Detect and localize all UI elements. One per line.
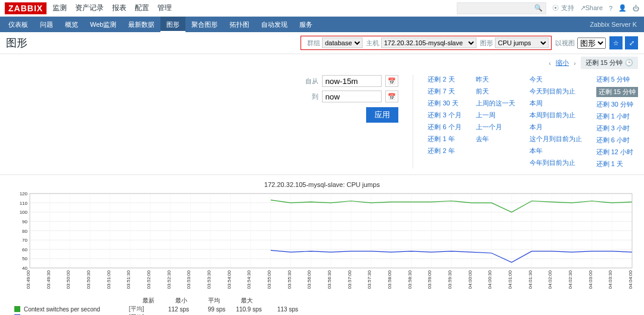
- svg-text:03:59:30: 03:59:30: [447, 270, 453, 289]
- subnav-item[interactable]: 图形: [160, 17, 185, 32]
- preset-link[interactable]: 本年: [530, 146, 582, 155]
- preset-link[interactable]: 今年到目前为止: [530, 158, 582, 167]
- graph-select[interactable]: CPU jumps: [495, 38, 549, 48]
- subnav-item[interactable]: 服务: [293, 17, 318, 32]
- preset-link[interactable]: 上一周: [476, 111, 515, 120]
- svg-text:04:01:00: 04:01:00: [507, 270, 513, 289]
- preset-link[interactable]: 昨天: [476, 75, 515, 84]
- preset-link[interactable]: 前天: [476, 87, 515, 96]
- svg-text:120: 120: [20, 191, 28, 197]
- shrink-link[interactable]: 缩小: [556, 58, 569, 67]
- preset-link[interactable]: 还剩 1 天: [596, 160, 638, 169]
- svg-text:04:03:30: 04:03:30: [608, 270, 613, 289]
- logo: ZABBIX: [5, 2, 47, 14]
- subnav-item[interactable]: 聚合图形: [185, 17, 224, 32]
- preset-link[interactable]: 本周到目前为止: [530, 111, 582, 120]
- support-link[interactable]: ☉ 支持: [552, 4, 574, 13]
- share-link[interactable]: ↗Share: [580, 4, 603, 12]
- favorite-button[interactable]: ☆: [609, 36, 623, 49]
- svg-text:03:49:00: 03:49:00: [26, 270, 31, 289]
- preset-link[interactable]: 还剩 2 天: [428, 75, 461, 84]
- group-select[interactable]: database: [322, 38, 363, 48]
- chart-title: 172.20.32.105-mysql-slave: CPU jumps: [6, 181, 638, 188]
- filter-selectors: 群组 database 主机 172.20.32.105-mysql-slave…: [301, 36, 552, 50]
- apply-button[interactable]: 应用: [366, 107, 398, 123]
- svg-text:04:02:30: 04:02:30: [568, 270, 573, 289]
- calendar-icon[interactable]: 📅: [385, 91, 398, 102]
- svg-text:03:59:00: 03:59:00: [427, 270, 432, 289]
- svg-text:60: 60: [22, 247, 27, 252]
- svg-text:03:50:00: 03:50:00: [66, 270, 71, 289]
- views-label: 以视图: [555, 39, 575, 48]
- preset-link[interactable]: 还剩 12 小时: [596, 148, 638, 157]
- zoom-prev-icon[interactable]: ‹: [549, 60, 551, 67]
- zoom-next-icon[interactable]: ›: [574, 60, 576, 67]
- preset-link[interactable]: 上周的这一天: [476, 99, 515, 108]
- svg-text:03:51:00: 03:51:00: [106, 270, 112, 289]
- svg-text:50: 50: [22, 256, 27, 261]
- preset-link[interactable]: 还剩 5 分钟: [596, 75, 638, 84]
- topnav-item[interactable]: 管理: [157, 4, 172, 12]
- subnav-item[interactable]: 概览: [59, 17, 84, 32]
- svg-text:03:58:30: 03:58:30: [407, 270, 413, 289]
- clock-icon: 🕒: [625, 59, 633, 67]
- calendar-icon[interactable]: 📅: [385, 75, 398, 87]
- subnav-item[interactable]: 自动发现: [255, 17, 293, 32]
- svg-text:70: 70: [22, 238, 27, 243]
- fullscreen-button[interactable]: ⤢: [625, 36, 638, 49]
- preset-link[interactable]: 还剩 6 小时: [596, 136, 638, 145]
- topnav-item[interactable]: 资产记录: [75, 4, 104, 12]
- svg-text:04:00:00: 04:00:00: [467, 270, 473, 289]
- preset-link[interactable]: 今天: [530, 75, 582, 84]
- preset-link[interactable]: 本周: [530, 99, 582, 108]
- preset-link[interactable]: 本月: [530, 123, 582, 132]
- help-icon[interactable]: ?: [609, 5, 612, 12]
- logout-icon[interactable]: ⏻: [633, 5, 639, 12]
- preset-link[interactable]: 还剩 15 分钟: [596, 87, 638, 97]
- sub-nav: 仪表板问题概览Web监测最新数据图形聚合图形拓扑图自动发现服务 Zabbix S…: [0, 17, 644, 32]
- svg-text:04:03:00: 04:03:00: [588, 270, 593, 289]
- svg-text:03:57:00: 03:57:00: [347, 270, 352, 289]
- svg-text:03:55:30: 03:55:30: [287, 270, 292, 289]
- svg-text:04:01:30: 04:01:30: [528, 270, 533, 289]
- preset-link[interactable]: 还剩 30 分钟: [596, 100, 638, 109]
- preset-link[interactable]: 还剩 3 小时: [596, 124, 638, 133]
- subnav-item[interactable]: 仪表板: [2, 17, 34, 32]
- preset-link[interactable]: 还剩 1 年: [428, 135, 461, 144]
- svg-text:03:56:00: 03:56:00: [306, 270, 312, 289]
- svg-text:03:55:00: 03:55:00: [267, 270, 272, 289]
- preset-link[interactable]: 上一个月: [476, 123, 515, 132]
- group-label: 群组: [307, 39, 320, 48]
- subnav-item[interactable]: Web监测: [84, 17, 122, 32]
- user-icon[interactable]: 👤: [618, 4, 627, 12]
- subnav-item[interactable]: 问题: [34, 17, 59, 32]
- preset-link[interactable]: 还剩 6 个月: [428, 123, 461, 132]
- legend: 最新最小平均最大 Context switches per second[平均]…: [6, 293, 638, 315]
- preset-link[interactable]: 这个月到目前为止: [530, 135, 582, 144]
- host-select[interactable]: 172.20.32.105-mysql-slave: [381, 38, 476, 48]
- from-input[interactable]: [322, 75, 382, 87]
- search-icon[interactable]: 🔍: [532, 4, 545, 12]
- svg-text:04:02:00: 04:02:00: [547, 270, 553, 289]
- subnav-item[interactable]: 拓扑图: [224, 17, 255, 32]
- current-range[interactable]: 还剩 15 分钟🕒: [581, 57, 638, 69]
- svg-text:04:00:30: 04:00:30: [487, 270, 493, 289]
- preset-link[interactable]: 去年: [476, 135, 515, 144]
- to-input[interactable]: [322, 91, 382, 102]
- preset-link[interactable]: 还剩 7 天: [428, 87, 461, 96]
- server-name: Zabbix Server K: [590, 21, 642, 28]
- views-select[interactable]: 图形: [577, 38, 606, 49]
- preset-link[interactable]: 还剩 30 天: [428, 99, 461, 108]
- preset-link[interactable]: 今天到目前为止: [530, 87, 582, 96]
- search-input[interactable]: [457, 4, 532, 13]
- subnav-item[interactable]: 最新数据: [122, 17, 160, 32]
- svg-text:04:04:00: 04:04:00: [628, 270, 633, 289]
- preset-link[interactable]: 还剩 2 年: [428, 146, 461, 155]
- preset-link[interactable]: 还剩 3 个月: [428, 111, 461, 120]
- host-label: 主机: [366, 39, 379, 48]
- topnav-item[interactable]: 报表: [112, 4, 126, 12]
- topnav-item[interactable]: 配置: [135, 4, 149, 12]
- from-label: 自从: [295, 77, 318, 86]
- preset-link[interactable]: 还剩 1 小时: [596, 112, 638, 121]
- topnav-item[interactable]: 监测: [52, 4, 67, 12]
